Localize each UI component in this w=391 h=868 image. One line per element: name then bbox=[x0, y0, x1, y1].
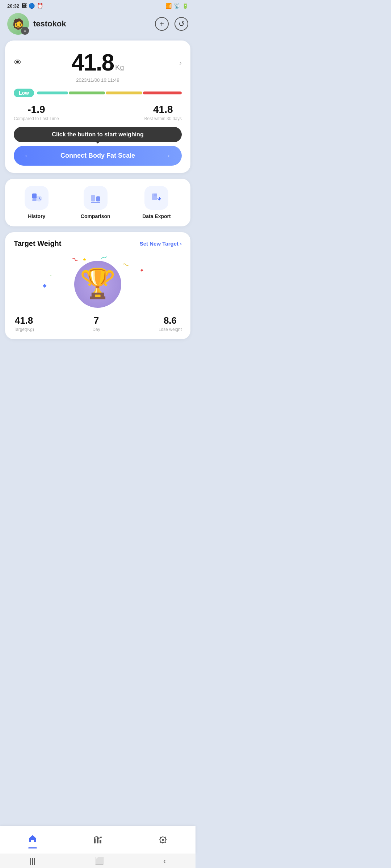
arrow-right-icon: ← bbox=[167, 152, 175, 160]
eye-icon[interactable]: 👁 bbox=[14, 58, 22, 67]
bmi-seg-overweight bbox=[106, 92, 142, 94]
battery-icon: 🔋 bbox=[182, 3, 188, 9]
confetti-1: 〜 bbox=[70, 254, 80, 265]
avatar[interactable]: 🧔 ≡ bbox=[7, 13, 29, 35]
confetti-3: 〜 bbox=[121, 260, 130, 270]
action-history[interactable]: History bbox=[25, 186, 49, 219]
signal-icon: 📡 bbox=[174, 3, 180, 9]
plus-icon: + bbox=[160, 20, 164, 28]
status-bar: 20:32 🖼 🔵 ⏰ 📶 📡 🔋 bbox=[0, 0, 196, 10]
svg-rect-0 bbox=[32, 193, 37, 199]
add-button[interactable]: + bbox=[155, 17, 169, 31]
weight-datetime: 2023/11/08 16:11:49 bbox=[14, 77, 182, 83]
svg-rect-4 bbox=[96, 196, 100, 201]
connect-btn-label: Connect Body Fat Scale bbox=[60, 152, 135, 159]
confetti-7: ◆ bbox=[140, 268, 143, 272]
set-new-target-button[interactable]: Set New Target › bbox=[140, 241, 182, 247]
data-export-icon bbox=[144, 186, 168, 210]
avatar-badge-icon: ≡ bbox=[21, 27, 29, 35]
svg-rect-7 bbox=[154, 193, 157, 196]
target-lose-value: 8.6 bbox=[159, 315, 182, 326]
bmi-seg-normal bbox=[69, 92, 105, 94]
refresh-icon: ↺ bbox=[178, 20, 185, 28]
compared-stat: -1.9 Compared to Last Time bbox=[14, 104, 59, 121]
comparison-label: Comparison bbox=[81, 213, 110, 219]
trophy-illustration: 〜 〜 〜 · ◆ ★ ◆ 🏆 bbox=[14, 254, 182, 308]
target-header: Target Weight Set New Target › bbox=[14, 239, 182, 248]
image-icon: 🖼 bbox=[21, 3, 26, 9]
wifi-icon: 📶 bbox=[165, 3, 172, 9]
bmi-segments bbox=[37, 92, 182, 94]
history-label: History bbox=[28, 213, 45, 219]
target-day-label: Day bbox=[92, 327, 100, 332]
tooltip-text: Click the button to start weighing bbox=[52, 131, 143, 137]
alarm-icon: ⏰ bbox=[37, 3, 43, 9]
best-value: 41.8 bbox=[144, 104, 182, 115]
data-export-label: Data Export bbox=[142, 213, 171, 219]
action-comparison[interactable]: Comparison bbox=[81, 186, 110, 219]
compared-label: Compared to Last Time bbox=[14, 116, 59, 121]
confetti-5: ◆ bbox=[43, 282, 47, 288]
bmi-label: Low bbox=[14, 89, 34, 97]
quick-actions: History Comparison Data Export bbox=[5, 179, 190, 226]
weight-value: 41.8 bbox=[71, 49, 114, 76]
refresh-button[interactable]: ↺ bbox=[175, 17, 188, 31]
status-right: 📶 📡 🔋 bbox=[165, 3, 188, 9]
compared-value: -1.9 bbox=[14, 104, 59, 115]
arrow-left-icon: → bbox=[21, 152, 29, 160]
svg-rect-1 bbox=[32, 199, 37, 201]
confetti-6: ★ bbox=[83, 257, 87, 262]
best-stat: 41.8 Best within 30 days bbox=[144, 104, 182, 121]
status-time: 20:32 bbox=[7, 3, 19, 9]
target-day-stat: 7 Day bbox=[92, 315, 100, 332]
header-actions: + ↺ bbox=[155, 17, 188, 31]
header: 🧔 ≡ testokok + ↺ bbox=[0, 10, 196, 41]
trophy-emoji: 🏆 bbox=[80, 267, 116, 301]
main-weight-card: 👁 41.8 Kg › 2023/11/08 16:11:49 Low -1.9… bbox=[5, 41, 190, 173]
comparison-icon bbox=[84, 186, 108, 210]
target-weight-title: Target Weight bbox=[14, 239, 61, 248]
best-label: Best within 30 days bbox=[144, 116, 182, 121]
set-new-target-label: Set New Target bbox=[140, 241, 178, 247]
action-data-export[interactable]: Data Export bbox=[142, 186, 171, 219]
status-left: 20:32 🖼 🔵 ⏰ bbox=[7, 3, 43, 9]
username: testokok bbox=[33, 19, 151, 29]
chevron-right-icon[interactable]: › bbox=[179, 59, 182, 67]
bluetooth-icon: 🔵 bbox=[29, 3, 35, 9]
bmi-seg-low bbox=[37, 92, 68, 94]
target-lose-stat: 8.6 Lose weight bbox=[159, 315, 182, 332]
stats-row: -1.9 Compared to Last Time 41.8 Best wit… bbox=[14, 104, 182, 121]
weight-unit: Kg bbox=[115, 63, 124, 72]
target-kg-stat: 41.8 Target(Kg) bbox=[14, 315, 34, 332]
confetti-4: · bbox=[50, 272, 52, 279]
svg-rect-3 bbox=[91, 195, 95, 201]
target-stats: 41.8 Target(Kg) 7 Day 8.6 Lose weight bbox=[14, 315, 182, 332]
target-kg-label: Target(Kg) bbox=[14, 327, 34, 332]
history-icon bbox=[25, 186, 49, 210]
target-lose-label: Lose weight bbox=[159, 327, 182, 332]
weight-display-row: 👁 41.8 Kg › bbox=[14, 49, 182, 76]
bmi-bar: Low bbox=[14, 89, 182, 97]
target-weight-card: Target Weight Set New Target › 〜 〜 〜 · ◆… bbox=[5, 232, 190, 339]
tooltip-overlay: Click the button to start weighing bbox=[14, 127, 182, 142]
bmi-seg-obese bbox=[143, 92, 182, 94]
connect-scale-button[interactable]: → Connect Body Fat Scale ← bbox=[14, 146, 182, 166]
chevron-right-target-icon: › bbox=[180, 241, 182, 247]
target-day-value: 7 bbox=[92, 315, 100, 326]
target-kg-value: 41.8 bbox=[14, 315, 34, 326]
